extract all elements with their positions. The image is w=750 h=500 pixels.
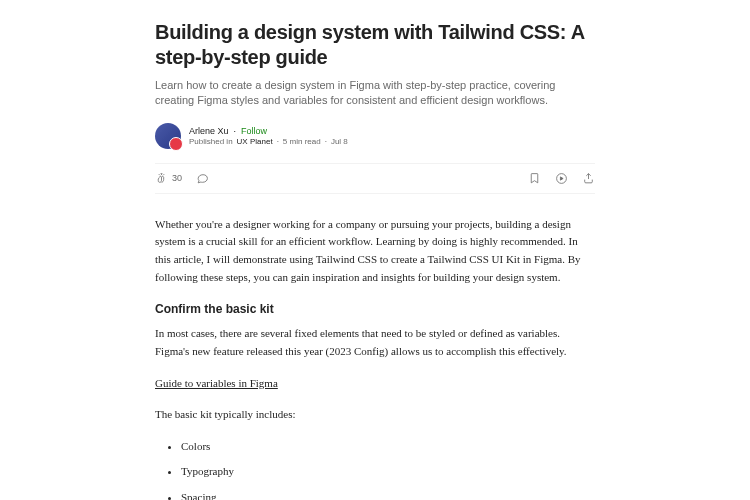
article-subtitle: Learn how to create a design system in F… [155,78,595,109]
dot-separator: · [277,137,279,146]
published-prefix: Published in [189,137,233,146]
bookmark-icon[interactable] [528,172,541,185]
list-item: Typography [181,463,595,481]
article-toolbar: 30 [155,163,595,194]
share-icon[interactable] [582,172,595,185]
comment-icon [196,172,209,185]
publish-date: Jul 8 [331,137,348,146]
list-intro: The basic kit typically includes: [155,406,595,424]
list-item: Spacing [181,489,595,500]
article-body: Whether you're a designer working for a … [155,216,595,500]
section-paragraph: In most cases, there are several fixed e… [155,325,595,360]
section-heading: Confirm the basic kit [155,300,595,319]
author-avatar[interactable] [155,123,181,149]
publication-link[interactable]: UX Planet [237,137,273,146]
read-time: 5 min read [283,137,321,146]
dot-separator: · [325,137,327,146]
basic-kit-list: Colors Typography Spacing Border radius [155,438,595,500]
play-icon[interactable] [555,172,568,185]
clap-button[interactable]: 30 [155,172,182,185]
comment-button[interactable] [196,172,209,185]
follow-link[interactable]: Follow [241,126,267,136]
list-item: Colors [181,438,595,456]
intro-paragraph: Whether you're a designer working for a … [155,216,595,286]
clap-icon [155,172,168,185]
byline: Arlene Xu · Follow Published in UX Plane… [155,123,595,149]
author-name[interactable]: Arlene Xu [189,126,229,136]
dot-separator: · [234,126,237,136]
guide-link[interactable]: Guide to variables in Figma [155,377,278,389]
article-title: Building a design system with Tailwind C… [155,20,595,70]
clap-count: 30 [172,173,182,183]
